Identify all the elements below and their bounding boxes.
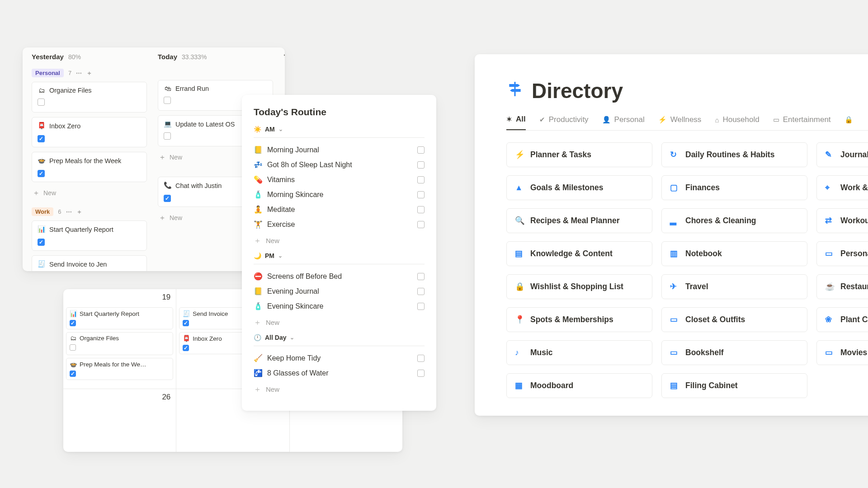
directory-tile[interactable]: ☕ Restaura bbox=[816, 274, 868, 299]
task-card[interactable]: 🍲 Prep Meals for the Week bbox=[32, 152, 147, 182]
routine-checkbox[interactable] bbox=[417, 221, 425, 228]
routine-checkbox[interactable] bbox=[417, 288, 425, 295]
new-card-button[interactable]: ＋ New bbox=[32, 187, 147, 199]
calendar-cell[interactable]: 19 📊 Start Quarterly Report 🗂 Organize F… bbox=[63, 289, 176, 389]
task-card[interactable]: 📊 Start Quarterly Report bbox=[32, 221, 147, 251]
routine-checkbox[interactable] bbox=[417, 303, 425, 310]
directory-tile[interactable]: ✎ Journal & bbox=[816, 142, 868, 167]
directory-tile[interactable]: ▤ Filing Cabinet bbox=[661, 373, 807, 398]
routine-panel: Today's Routine ☀️ AM ⌄ 📒 Morning Journa… bbox=[242, 95, 436, 411]
group-header-work[interactable]: Work 6 ⋯ ＋ bbox=[32, 207, 147, 216]
routine-item[interactable]: 🏋️ Exercise bbox=[254, 217, 425, 232]
task-checkbox[interactable] bbox=[164, 132, 171, 140]
directory-tile[interactable]: ▦ Moodboard bbox=[506, 373, 652, 398]
directory-title-text: Directory bbox=[532, 79, 623, 103]
routine-checkbox[interactable] bbox=[417, 206, 425, 213]
routine-section-allday[interactable]: 🕛 All Day ⌄ bbox=[254, 334, 425, 346]
directory-tile[interactable]: ✈ Travel bbox=[661, 274, 807, 299]
directory-tile[interactable]: ⌖ Work & C bbox=[816, 175, 868, 200]
directory-tile[interactable]: 🔍 Recipes & Meal Planner bbox=[506, 208, 652, 233]
column-title: Today bbox=[158, 53, 177, 61]
routine-section-pm[interactable]: 🌙 PM ⌄ bbox=[254, 252, 425, 264]
routine-item[interactable]: 🧘 Meditate bbox=[254, 202, 425, 217]
directory-tile[interactable]: ▭ Personal bbox=[816, 241, 868, 266]
routine-item[interactable]: 💊 Vitamins bbox=[254, 172, 425, 187]
routine-checkbox[interactable] bbox=[417, 355, 425, 362]
tab-household[interactable]: ⌂ Household bbox=[715, 115, 759, 130]
task-checkbox[interactable] bbox=[164, 97, 171, 104]
directory-tile[interactable]: ▭ Bookshelf bbox=[661, 340, 807, 365]
routine-item[interactable]: ⛔ Screens off Before Bed bbox=[254, 269, 425, 284]
directory-tile[interactable]: ▥ Notebook bbox=[661, 241, 807, 266]
directory-tile[interactable]: ▤ Knowledge & Content bbox=[506, 241, 652, 266]
task-card[interactable]: 🗂 Organize Files bbox=[32, 82, 147, 113]
directory-tile[interactable]: ▢ Finances bbox=[661, 175, 807, 200]
tab-all[interactable]: ✶ All bbox=[506, 115, 526, 130]
routine-new-button[interactable]: ＋ New bbox=[254, 232, 425, 252]
routine-checkbox[interactable] bbox=[417, 176, 425, 183]
event-checkbox[interactable] bbox=[70, 320, 76, 326]
routine-item[interactable]: 🧹 Keep Home Tidy bbox=[254, 351, 425, 366]
plus-icon[interactable]: ＋ bbox=[76, 208, 82, 216]
calendar-event[interactable]: 📊 Start Quarterly Report bbox=[66, 307, 173, 329]
tile-icon: ▢ bbox=[670, 183, 679, 192]
tab-wellness[interactable]: ⚡ Wellness bbox=[658, 115, 702, 130]
routine-checkbox[interactable] bbox=[417, 273, 425, 280]
directory-tile[interactable]: ♪ Music bbox=[506, 340, 652, 365]
directory-tile[interactable]: ❀ Plant Ca bbox=[816, 307, 868, 332]
routine-checkbox[interactable] bbox=[417, 146, 425, 154]
routine-item[interactable]: 🧴 Morning Skincare bbox=[254, 187, 425, 202]
directory-tile[interactable]: ↻ Daily Routines & Habits bbox=[661, 142, 807, 167]
routine-emoji-icon: 🧴 bbox=[254, 302, 263, 310]
routine-item[interactable]: 💤 Got 8h of Sleep Last Night bbox=[254, 157, 425, 172]
tile-label: Plant Ca bbox=[840, 315, 868, 324]
routine-item[interactable]: 📒 Evening Journal bbox=[254, 284, 425, 299]
directory-tile[interactable]: ▭ Closet & Outfits bbox=[661, 307, 807, 332]
task-card[interactable]: 📮 Inbox Zero bbox=[32, 117, 147, 147]
task-checkbox[interactable] bbox=[164, 195, 171, 202]
task-checkbox[interactable] bbox=[38, 170, 45, 177]
routine-item[interactable]: 📒 Morning Journal bbox=[254, 142, 425, 157]
event-checkbox[interactable] bbox=[183, 320, 189, 326]
task-checkbox[interactable] bbox=[38, 135, 45, 142]
calendar-cell[interactable]: 26 bbox=[63, 389, 176, 452]
directory-tile[interactable]: 📍 Spots & Memberships bbox=[506, 307, 652, 332]
group-header-personal[interactable]: Personal 7 ⋯ ＋ bbox=[32, 69, 147, 77]
directory-tile[interactable]: ▲ Goals & Milestones bbox=[506, 175, 652, 200]
routine-item[interactable]: 🧴 Evening Skincare bbox=[254, 299, 425, 314]
directory-tile[interactable]: ⇄ Workout bbox=[816, 208, 868, 233]
directory-tile[interactable]: ▂ Chores & Cleaning bbox=[661, 208, 807, 233]
more-icon[interactable]: ⋯ bbox=[76, 70, 82, 76]
routine-new-button[interactable]: ＋ New bbox=[254, 380, 425, 401]
routine-section-am[interactable]: ☀️ AM ⌄ bbox=[254, 126, 425, 138]
tab-overflow[interactable]: 🔒 bbox=[844, 115, 853, 130]
plus-icon[interactable]: ＋ bbox=[86, 69, 92, 77]
event-checkbox[interactable] bbox=[183, 345, 189, 351]
tab-productivity[interactable]: ✔ Productivity bbox=[539, 115, 589, 130]
routine-emoji-icon: 📒 bbox=[254, 287, 263, 296]
plus-icon: ＋ bbox=[254, 235, 261, 246]
tile-icon: ✈ bbox=[670, 282, 679, 291]
task-card[interactable]: 🧾 Send Invoice to Jen bbox=[32, 255, 147, 271]
tab-personal[interactable]: 👤 Personal bbox=[602, 115, 645, 130]
event-checkbox[interactable] bbox=[70, 344, 76, 351]
section-icon: 🕛 bbox=[254, 334, 261, 341]
plus-icon: ＋ bbox=[254, 384, 261, 394]
directory-tile[interactable]: ⚡ Planner & Tasks bbox=[506, 142, 652, 167]
task-checkbox[interactable] bbox=[38, 99, 45, 106]
event-checkbox[interactable] bbox=[70, 371, 76, 377]
more-icon[interactable]: ⋯ bbox=[66, 208, 72, 215]
routine-checkbox[interactable] bbox=[417, 161, 425, 169]
routine-new-button[interactable]: ＋ New bbox=[254, 314, 425, 334]
routine-checkbox[interactable] bbox=[417, 191, 425, 198]
calendar-event[interactable]: 🍲 Prep Meals for the We… bbox=[66, 358, 173, 380]
board-column-yesterday: Yesterday 80% Personal 7 ⋯ ＋ 🗂 Organize … bbox=[32, 53, 147, 271]
directory-tile[interactable]: ▭ Movies & bbox=[816, 340, 868, 365]
tab-entertainment[interactable]: ▭ Entertainment bbox=[773, 115, 831, 130]
routine-checkbox[interactable] bbox=[417, 370, 425, 377]
calendar-event[interactable]: 🗂 Organize Files bbox=[66, 332, 173, 355]
routine-item[interactable]: 🚰 8 Glasses of Water bbox=[254, 366, 425, 380]
directory-tile[interactable]: 🔒 Wishlist & Shopping List bbox=[506, 274, 652, 299]
task-checkbox[interactable] bbox=[38, 239, 45, 246]
routine-emoji-icon: 🚰 bbox=[254, 369, 263, 377]
